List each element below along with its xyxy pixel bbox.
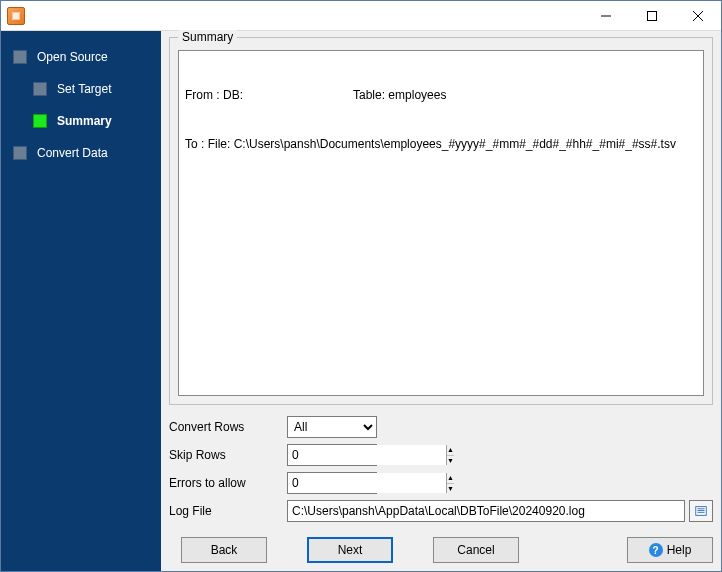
step-summary[interactable]: Summary: [1, 105, 161, 137]
options-form: Convert Rows All Skip Rows ▲ ▼: [169, 413, 713, 525]
summary-to: To : File: C:\Users\pansh\Documents\empl…: [185, 136, 697, 152]
skip-rows-label: Skip Rows: [169, 448, 287, 462]
browse-button[interactable]: [689, 500, 713, 522]
step-box-icon: [13, 146, 27, 160]
errors-allow-input[interactable]: [288, 473, 446, 493]
back-button[interactable]: Back: [181, 537, 267, 563]
summary-text: From : DB: Table: employees To : File: C…: [178, 50, 704, 396]
svg-rect-1: [13, 13, 19, 19]
errors-allow-label: Errors to allow: [169, 476, 287, 490]
next-button[interactable]: Next: [307, 537, 393, 563]
spin-down-icon[interactable]: ▼: [447, 456, 454, 466]
step-set-target[interactable]: Set Target: [1, 73, 161, 105]
app-icon: [7, 7, 25, 25]
log-file-label: Log File: [169, 504, 287, 518]
skip-rows-spinner[interactable]: ▲ ▼: [287, 444, 377, 466]
step-box-icon: [13, 50, 27, 64]
cancel-button[interactable]: Cancel: [433, 537, 519, 563]
folder-icon: [694, 504, 708, 518]
main-panel: Summary From : DB: Table: employees To :…: [161, 31, 721, 571]
svg-rect-8: [698, 510, 705, 511]
step-box-icon: [33, 82, 47, 96]
convert-rows-select[interactable]: All: [287, 416, 377, 438]
help-icon: ?: [649, 543, 663, 557]
svg-rect-3: [648, 11, 657, 20]
summary-groupbox: Summary From : DB: Table: employees To :…: [169, 37, 713, 405]
maximize-button[interactable]: [629, 1, 675, 31]
log-file-input[interactable]: [287, 500, 685, 522]
spin-up-icon[interactable]: ▲: [447, 473, 454, 484]
svg-rect-7: [698, 508, 705, 509]
step-label: Convert Data: [37, 146, 108, 160]
spin-down-icon[interactable]: ▼: [447, 484, 454, 494]
step-convert-data[interactable]: Convert Data: [1, 137, 161, 169]
close-button[interactable]: [675, 1, 721, 31]
step-label: Open Source: [37, 50, 108, 64]
app-window: Open Source Set Target Summary Convert D…: [0, 0, 722, 572]
step-box-icon: [33, 114, 47, 128]
wizard-sidebar: Open Source Set Target Summary Convert D…: [1, 31, 161, 571]
errors-allow-spinner[interactable]: ▲ ▼: [287, 472, 377, 494]
summary-table: Table: employees: [353, 87, 446, 103]
skip-rows-input[interactable]: [288, 445, 446, 465]
summary-title: Summary: [178, 30, 237, 44]
wizard-footer: Back Next Cancel ? Help: [169, 537, 713, 563]
spin-up-icon[interactable]: ▲: [447, 445, 454, 456]
step-label: Summary: [57, 114, 112, 128]
convert-rows-label: Convert Rows: [169, 420, 287, 434]
minimize-button[interactable]: [583, 1, 629, 31]
summary-from: From : DB:: [185, 87, 243, 103]
step-open-source[interactable]: Open Source: [1, 41, 161, 73]
titlebar: [1, 1, 721, 31]
step-label: Set Target: [57, 82, 111, 96]
svg-rect-9: [698, 512, 705, 513]
help-button[interactable]: ? Help: [627, 537, 713, 563]
